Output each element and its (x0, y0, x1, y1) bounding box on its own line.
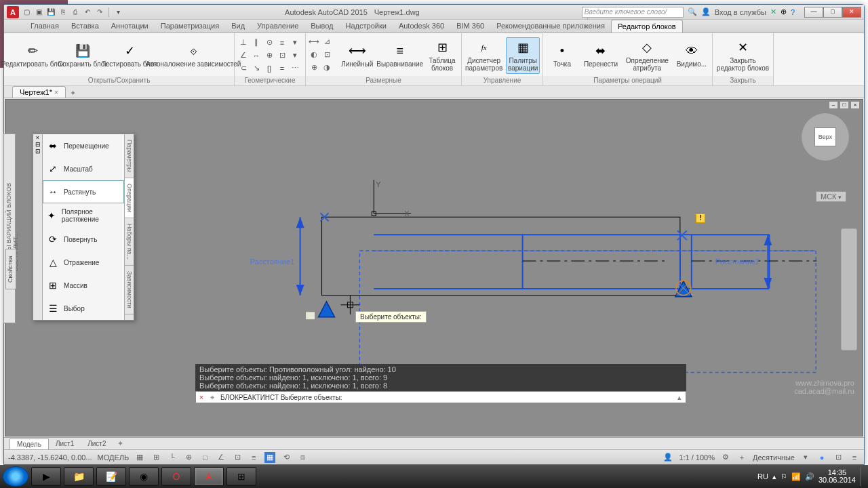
zoom-readout[interactable]: 1:1 / 100% (679, 453, 715, 462)
qat-new-icon[interactable]: ▢ (22, 7, 31, 17)
customize-icon[interactable]: ≡ (849, 452, 860, 463)
user-icon[interactable]: 👤 (701, 7, 711, 16)
ribbon-button[interactable]: ◇Определениеатрибута (623, 38, 671, 73)
qat-print-icon[interactable]: ⎙ (71, 7, 80, 17)
ribbon-button[interactable]: 👁Видимо... (674, 41, 709, 69)
palette-item[interactable]: ⟳Повернуть (43, 228, 124, 251)
palette-opts-icon[interactable]: ⊡ (33, 148, 42, 155)
drawing-canvas[interactable]: –□× ПАЛИТРЫ ВАРИАЦИЙ БЛОКОВ - ВСЕ ПАЛИТ.… (5, 99, 863, 436)
palette-item[interactable]: ⬌Перемещение (43, 134, 124, 157)
close-button[interactable]: ✕ (842, 7, 861, 18)
properties-palette-tab[interactable]: Свойства (5, 249, 16, 289)
ribbon-tab[interactable]: Вставка (65, 20, 105, 33)
snap-icon[interactable]: ⊞ (151, 452, 161, 463)
ribbon-button[interactable]: ⊞Таблицаблоков (426, 38, 458, 73)
document-tab[interactable]: Чертеж1* × (12, 86, 66, 98)
3d-icon[interactable]: ⧈ (297, 452, 308, 463)
ribbon-button[interactable]: ✏Редактировать блок (7, 41, 59, 69)
search-input[interactable]: Введите ключевое слово/фразу (582, 7, 684, 18)
cycle-icon[interactable]: ⟲ (281, 452, 292, 463)
minimize-button[interactable]: — (804, 7, 823, 18)
qat-redo-icon[interactable]: ↷ (95, 7, 104, 17)
doc-close[interactable]: × (850, 101, 860, 109)
layout-tab[interactable]: Модель (9, 439, 49, 449)
ribbon-tab[interactable]: Вывод (304, 20, 339, 33)
ucs-label[interactable]: МСК ▾ (816, 191, 846, 202)
layout-tab[interactable]: Лист1 (49, 439, 81, 449)
ribbon-button[interactable]: ≡Выравнивание (376, 41, 423, 69)
ribbon-tab[interactable]: Надстройки (340, 20, 393, 33)
ribbon-tab[interactable]: Вид (225, 20, 251, 33)
signin-link[interactable]: Вход в службы (715, 8, 766, 16)
palette-item[interactable]: ↔Растянуть (43, 180, 124, 203)
tb-chrome[interactable]: ◉ (129, 467, 159, 486)
tb-autocad[interactable]: A (194, 467, 224, 486)
warning-icon[interactable]: ! (696, 214, 705, 223)
help-icon[interactable]: ? (791, 8, 795, 16)
qat-save-icon[interactable]: 💾 (46, 7, 56, 17)
sb-gear-icon[interactable]: ⚙ (720, 452, 731, 463)
doc-min[interactable]: – (829, 101, 838, 109)
cmd-close-icon[interactable]: × (196, 393, 207, 401)
palette-strip[interactable]: ПАЛИТРЫ ВАРИАЦИЙ БЛОКОВ - ВСЕ ПАЛИТ... (3, 134, 16, 323)
cloud-icon[interactable]: ⊕ (781, 7, 787, 16)
tb-explorer[interactable]: 📁 (64, 467, 94, 486)
lwt-icon[interactable]: ≡ (248, 452, 259, 463)
ribbon-button[interactable]: ⟷Линейный (340, 41, 374, 69)
sb-user-icon[interactable]: 👤 (663, 452, 673, 463)
palette-item[interactable]: ☰Выбор (43, 297, 124, 320)
tray-vol-icon[interactable]: 🔊 (805, 472, 814, 481)
ribbon-button[interactable]: ✕Закрытьредактор блоков (715, 38, 770, 73)
qat-undo-icon[interactable]: ↶ (83, 7, 92, 17)
otrack-icon[interactable]: ∠ (216, 452, 226, 463)
tray-up-icon[interactable]: ▴ (772, 472, 776, 481)
ribbon-button[interactable]: ▦Палитрывариации (506, 37, 540, 74)
osnap-icon[interactable]: □ (199, 452, 210, 463)
tray-lang[interactable]: RU (757, 472, 768, 481)
ribbon-tab[interactable]: Autodesk 360 (393, 20, 450, 33)
geom-constraint-grid[interactable]: ⊥∥⊙≡▾ ∠↔⊕⊡▾ ⊂↘[]=⋯ (237, 37, 301, 75)
layout-tab[interactable]: Лист2 (81, 439, 113, 449)
grid-icon[interactable]: ▦ (134, 452, 145, 463)
viewcube[interactable]: Верх (802, 113, 849, 161)
tray-net-icon[interactable]: 📶 (791, 472, 801, 481)
ribbon-tab[interactable]: Редактор блоков (611, 20, 683, 33)
palette-item[interactable]: ✦Полярное растяжение (43, 203, 124, 228)
show-desktop[interactable] (860, 467, 865, 486)
dyn-icon[interactable]: ⊡ (232, 452, 243, 463)
palette-side-tab[interactable]: Зависимости (125, 266, 134, 314)
tb-opera[interactable]: O (161, 467, 191, 486)
exchange-icon[interactable]: ✕ (770, 7, 776, 16)
tray-flag-icon[interactable]: ⚐ (781, 472, 787, 481)
command-line[interactable]: × ⌖ БЛОКРЕАКТИНСТ Выберите объекты: ▴ (195, 391, 686, 403)
units-readout[interactable]: Десятичные (753, 453, 795, 462)
ribbon-button[interactable]: ⬌Перенести (581, 41, 620, 69)
qat-saveas-icon[interactable]: ⎘ (58, 7, 68, 17)
qat-open-icon[interactable]: ▣ (34, 7, 43, 17)
tb-media[interactable]: ▶ (31, 467, 61, 486)
palette-close-icon[interactable]: × (33, 134, 42, 141)
ribbon-button[interactable]: •Точка (546, 41, 578, 69)
add-layout-icon[interactable]: ✦ (117, 439, 123, 448)
ortho-icon[interactable]: └ (167, 452, 178, 463)
ribbon-button[interactable]: fxДиспетчерпараметров (465, 38, 503, 73)
add-tab-icon[interactable]: ✦ (70, 89, 76, 98)
navigation-bar[interactable] (841, 228, 857, 350)
ribbon-tab[interactable]: Аннотации (105, 20, 155, 33)
tb-notepad[interactable]: 📝 (96, 467, 126, 486)
search-icon[interactable]: 🔍 (688, 7, 697, 16)
maximize-button[interactable]: □ (823, 7, 842, 18)
ribbon-button[interactable]: ⟐Автоналожение зависимостей (155, 41, 231, 69)
palette-side-tab[interactable]: Наборы па... (125, 218, 134, 266)
palette-side-tab[interactable]: Параметры (125, 134, 134, 178)
palette-side-tab[interactable]: Операции (125, 178, 134, 218)
palette-pin-icon[interactable]: ⊟ (33, 141, 42, 148)
start-button[interactable] (3, 466, 28, 487)
transp-icon[interactable]: ▦ (264, 452, 275, 463)
ribbon-button[interactable]: 💾Сохранить блок (62, 41, 104, 69)
ribbon-tab[interactable]: BIM 360 (450, 20, 490, 33)
app-logo[interactable]: A (7, 6, 19, 18)
palette-item[interactable]: △Отражение (43, 251, 124, 274)
ribbon-tab[interactable]: Управление (251, 20, 304, 33)
ribbon-tab[interactable]: Рекомендованные приложения (490, 20, 611, 33)
